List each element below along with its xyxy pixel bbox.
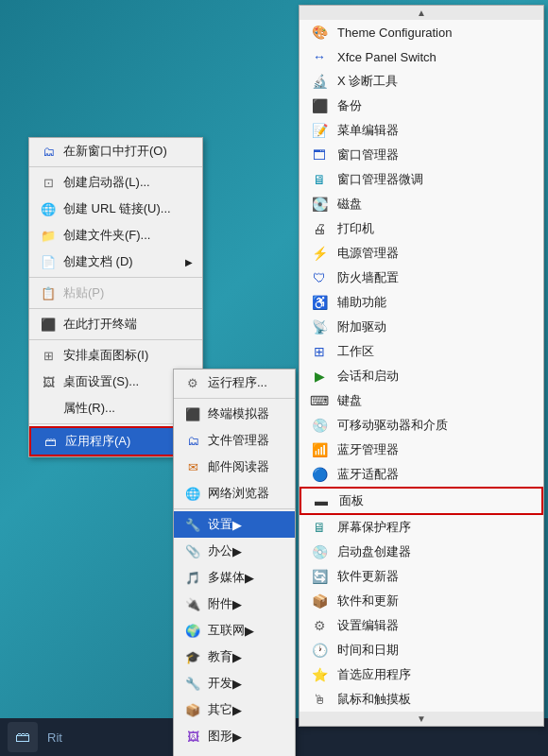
backup-icon: ⬛ [309, 97, 330, 114]
printer-label: 打印机 [337, 220, 374, 237]
menu2-item-mail-reader[interactable]: ✉ 邮件阅读器 [174, 454, 295, 480]
other-label: 其它 [208, 701, 232, 718]
menu2-item-graphics[interactable]: 🖼 图形 ▶ [174, 723, 295, 749]
menu3-item-screensaver[interactable]: 🖥 屏幕保护程序 [300, 515, 543, 540]
other-icon: 📦 [183, 702, 202, 717]
graphics-label: 图形 [208, 728, 232, 745]
software-update-icon: 📦 [309, 593, 330, 610]
menu3-item-window-manager[interactable]: 🗔 窗口管理器 [300, 143, 543, 167]
menu1-item-open-new-window[interactable]: 🗂 在新窗口中打开(O) [29, 138, 202, 164]
menu3-item-sessions[interactable]: ▶ 会话和启动 [300, 364, 543, 388]
menu3-item-settings-editor[interactable]: ⚙ 设置编辑器 [300, 613, 543, 638]
menu3-item-software-updater[interactable]: 🔄 软件更新器 [300, 564, 543, 589]
menu1-item-create-folder[interactable]: 📁 创建文件夹(F)... [29, 222, 202, 249]
menu3-item-firewall[interactable]: 🛡 防火墙配置 [300, 266, 543, 290]
menu2-item-internet[interactable]: 🌍 互联网 ▶ [174, 617, 295, 644]
create-document-label: 创建文档 (D) [63, 253, 133, 270]
internet-icon: 🌍 [183, 623, 202, 638]
scroll-down-arrow[interactable]: ▼ [300, 712, 543, 726]
menu3-item-mouse-touchpad[interactable]: 🖱 鼠标和触摸板 [300, 687, 543, 712]
menu3-item-power-manager[interactable]: ⚡ 电源管理器 [300, 241, 543, 266]
menu2-item-development[interactable]: 🔧 开发 ▶ [174, 670, 295, 696]
bluetooth-manager-icon: 📶 [309, 441, 330, 458]
settings-editor-label: 设置编辑器 [337, 617, 399, 634]
menu2-item-accessories[interactable]: 🔌 附件 ▶ [174, 591, 295, 617]
terminal-label: 终端模拟器 [208, 405, 269, 422]
menu3-item-datetime[interactable]: 🕐 时间和日期 [300, 638, 543, 662]
menu1-item-open-terminal[interactable]: ⬛ 在此打开终端 [29, 311, 202, 337]
menu3-item-disk[interactable]: 💽 磁盘 [300, 192, 543, 216]
open-terminal-label: 在此打开终端 [63, 316, 137, 333]
window-manager-label: 窗口管理器 [337, 146, 399, 163]
settings-icon: 🔧 [183, 517, 202, 532]
internet-arrow: ▶ [245, 624, 254, 638]
menu2-item-system[interactable]: ⚙ 系统 ▶ [174, 749, 295, 756]
menu1-item-create-url[interactable]: 🌐 创建 URL 链接(U)... [29, 196, 202, 222]
bluetooth-adapter-label: 蓝牙适配器 [337, 466, 399, 483]
menu3-item-x-diagnostics[interactable]: 🔬 X 诊断工具 [300, 69, 543, 94]
menu2-item-file-manager[interactable]: 🗂 文件管理器 [174, 427, 295, 454]
panel-label: 面板 [339, 492, 364, 509]
menu3-item-startup-disk[interactable]: 💿 启动盘创建器 [300, 540, 543, 564]
menu2-item-terminal[interactable]: ⬛ 终端模拟器 [174, 401, 295, 427]
applications-icon: 🗃 [41, 434, 60, 449]
menu3-item-backup[interactable]: ⬛ 备份 [300, 94, 543, 118]
menu1-separator-4 [29, 339, 202, 340]
menu3-item-xfce-panel-switch[interactable]: ↔ Xfce Panel Switch [300, 44, 543, 69]
datetime-label: 时间和日期 [337, 642, 399, 659]
paste-label: 粘贴(P) [63, 284, 104, 301]
menu3-item-menu-editor[interactable]: 📝 菜单编辑器 [300, 118, 543, 143]
other-arrow: ▶ [232, 703, 242, 717]
menu2-item-settings[interactable]: 🔧 设置 ▶ [174, 511, 295, 538]
menu2-item-office[interactable]: 📎 办公 ▶ [174, 538, 295, 564]
create-document-arrow: ▶ [185, 257, 193, 267]
firewall-label: 防火墙配置 [337, 269, 399, 286]
menu3-item-window-tweaks[interactable]: 🖥 窗口管理器微调 [300, 167, 543, 192]
desktop-settings-label: 桌面设置(S)... [63, 373, 139, 390]
scroll-up-arrow[interactable]: ▲ [300, 6, 543, 20]
menu3-item-panel[interactable]: ▬ 面板 [300, 487, 543, 515]
menu-editor-label: 菜单编辑器 [337, 122, 399, 139]
taskbar-app-icon[interactable]: 🗃 [8, 722, 38, 752]
menu3-item-software-update[interactable]: 📦 软件和更新 [300, 589, 543, 613]
menu3-item-removable-drives[interactable]: 💿 可移动驱动器和介质 [300, 413, 543, 438]
menu3-item-workspaces[interactable]: ⊞ 工作区 [300, 339, 543, 364]
taskbar-app-name: Rit [47, 730, 62, 745]
menu2-item-multimedia[interactable]: 🎵 多媒体 ▶ [174, 564, 295, 591]
menu3-item-accessibility[interactable]: ♿ 辅助功能 [300, 290, 543, 315]
software-update-label: 软件和更新 [337, 593, 399, 610]
settings-editor-icon: ⚙ [309, 617, 330, 634]
mail-reader-label: 邮件阅读器 [208, 458, 269, 475]
menu2-item-web-browser[interactable]: 🌐 网络浏览器 [174, 480, 295, 507]
menu3-item-additional-drivers[interactable]: 📡 附加驱动 [300, 315, 543, 339]
menu2-item-run-program[interactable]: ⚙ 运行程序... [174, 369, 295, 396]
education-icon: 🎓 [183, 649, 202, 664]
menu3-item-printer[interactable]: 🖨 打印机 [300, 216, 543, 241]
accessories-arrow: ▶ [232, 597, 242, 611]
printer-icon: 🖨 [309, 220, 330, 237]
backup-label: 备份 [337, 97, 362, 114]
open-new-window-icon: 🗂 [39, 144, 58, 159]
menu1-item-create-document[interactable]: 📄 创建文档 (D) ▶ [29, 249, 202, 275]
menu3-item-bluetooth-adapter[interactable]: 🔵 蓝牙适配器 [300, 462, 543, 487]
settings-label: 设置 [208, 516, 232, 533]
default-apps-icon: ⭐ [309, 666, 330, 683]
mouse-touchpad-label: 鼠标和触摸板 [337, 691, 411, 708]
menu2-item-other[interactable]: 📦 其它 ▶ [174, 696, 295, 723]
graphics-icon: 🖼 [183, 729, 202, 744]
menu2-item-education[interactable]: 🎓 教育 ▶ [174, 644, 295, 670]
menu1-item-arrange-icons[interactable]: ⊞ 安排桌面图标(I) [29, 342, 202, 369]
create-folder-label: 创建文件夹(F)... [63, 227, 150, 244]
firewall-icon: 🛡 [309, 269, 330, 286]
run-program-label: 运行程序... [208, 374, 267, 391]
menu3-item-theme-config[interactable]: 🎨 Theme Configuration [300, 20, 543, 44]
menu1-item-create-launcher[interactable]: ⊡ 创建启动器(L)... [29, 169, 202, 196]
menu1-item-paste[interactable]: 📋 粘贴(P) [29, 280, 202, 306]
accessibility-icon: ♿ [309, 294, 330, 311]
menu3-item-default-apps[interactable]: ⭐ 首选应用程序 [300, 662, 543, 687]
menu3-item-bluetooth-manager[interactable]: 📶 蓝牙管理器 [300, 438, 543, 462]
xfce-panel-switch-icon: ↔ [309, 48, 330, 65]
create-launcher-icon: ⊡ [39, 175, 58, 190]
menu3-item-keyboard[interactable]: ⌨ 键盘 [300, 388, 543, 413]
internet-label: 互联网 [208, 622, 245, 639]
